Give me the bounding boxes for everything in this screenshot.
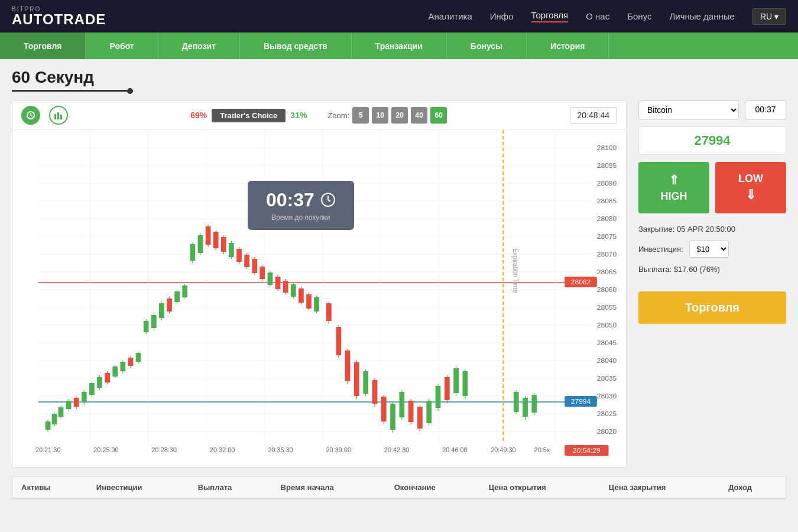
svg-rect-129 bbox=[326, 303, 332, 321]
zoom-20[interactable]: 20 bbox=[391, 107, 408, 124]
arrow-up-icon: ⇑ bbox=[669, 173, 679, 188]
svg-rect-127 bbox=[314, 297, 319, 312]
btn-high-label: HIGH bbox=[661, 190, 687, 203]
svg-rect-95 bbox=[190, 244, 195, 261]
svg-rect-101 bbox=[213, 232, 219, 248]
col-income: Доход bbox=[719, 477, 786, 498]
nav-personal[interactable]: Личные данные bbox=[669, 11, 734, 21]
asset-dropdown[interactable]: Bitcoin bbox=[638, 100, 739, 119]
investment-label: Инвестиция: bbox=[638, 242, 683, 256]
svg-rect-105 bbox=[229, 243, 234, 257]
svg-rect-85 bbox=[151, 315, 157, 328]
btn-low-label: LOW bbox=[738, 173, 763, 185]
svg-rect-121 bbox=[291, 284, 296, 297]
main-nav: Аналитика Инфо Торговля О нас Бонус Личн… bbox=[429, 8, 786, 25]
zoom-40[interactable]: 40 bbox=[411, 107, 427, 124]
svg-rect-63 bbox=[66, 401, 72, 409]
nav-bonus[interactable]: Бонус bbox=[627, 11, 651, 21]
svg-rect-97 bbox=[198, 235, 203, 253]
svg-rect-137 bbox=[363, 371, 368, 394]
svg-rect-119 bbox=[283, 281, 288, 293]
timer-overlay: 00:37 Время до покупки bbox=[248, 181, 354, 230]
timer-value: 00:37 bbox=[266, 189, 314, 211]
chart-type-circle[interactable] bbox=[21, 106, 40, 125]
nav-analytics[interactable]: Аналитика bbox=[429, 11, 472, 21]
price-box: 27994 bbox=[638, 126, 786, 155]
svg-text:28070: 28070 bbox=[597, 251, 617, 257]
right-panel: Bitcoin 00:37 27994 ⇑ HIGH LOW ⇓ Закрыти… bbox=[638, 100, 786, 468]
zoom-60[interactable]: 60 bbox=[430, 107, 447, 124]
chart-type-bar[interactable] bbox=[49, 106, 68, 125]
btn-high[interactable]: ⇑ HIGH bbox=[638, 162, 709, 213]
investment-row: Инвестиция: $10 $25 $50 $100 bbox=[638, 241, 786, 258]
svg-rect-107 bbox=[236, 249, 242, 262]
trade-button[interactable]: Торговля bbox=[638, 291, 786, 324]
svg-text:20:25:00: 20:25:00 bbox=[93, 447, 119, 453]
svg-rect-99 bbox=[206, 226, 211, 245]
trade-info: Закрытие: 05 APR 20:50:00 Инвестиция: $1… bbox=[638, 222, 786, 277]
svg-text:28080: 28080 bbox=[597, 215, 617, 222]
zoom-10[interactable]: 10 bbox=[372, 107, 388, 124]
subnav-robot[interactable]: Робот bbox=[86, 33, 158, 59]
zoom-5[interactable]: 5 bbox=[352, 107, 369, 124]
subnav-history[interactable]: История bbox=[527, 33, 609, 59]
svg-rect-2 bbox=[57, 112, 59, 119]
svg-text:20:35:30: 20:35:30 bbox=[268, 447, 293, 453]
svg-text:20:42:30: 20:42:30 bbox=[384, 447, 410, 453]
svg-rect-109 bbox=[244, 255, 249, 267]
col-assets: Активы bbox=[12, 477, 87, 498]
trade-buttons: ⇑ HIGH LOW ⇓ bbox=[638, 162, 786, 213]
asset-selector: Bitcoin 00:37 bbox=[638, 100, 786, 119]
svg-rect-91 bbox=[174, 291, 180, 302]
col-payout: Выплата bbox=[189, 477, 272, 498]
investment-dropdown[interactable]: $10 $25 $50 $100 bbox=[689, 241, 729, 258]
nav-trading[interactable]: Торговля bbox=[531, 10, 569, 22]
pct-red: 69% bbox=[190, 111, 207, 120]
svg-text:28065: 28065 bbox=[597, 268, 617, 275]
pct-green: 31% bbox=[290, 111, 307, 120]
svg-rect-83 bbox=[144, 321, 149, 332]
subnav-transactions[interactable]: Транзакции bbox=[352, 33, 447, 59]
btn-low[interactable]: LOW ⇓ bbox=[715, 162, 786, 213]
current-price: 27994 bbox=[694, 133, 730, 148]
subnav: Торговля Робот Депозит Вывод средств Тра… bbox=[0, 33, 798, 59]
bottom-table: Активы Инвестиции Выплата Время начала О… bbox=[12, 476, 786, 499]
svg-text:28060: 28060 bbox=[597, 286, 617, 293]
svg-rect-117 bbox=[275, 277, 281, 289]
svg-rect-113 bbox=[259, 267, 265, 279]
col-open-price: Цена открытия bbox=[480, 477, 600, 498]
svg-rect-123 bbox=[299, 288, 304, 303]
subnav-bonuses[interactable]: Бонусы bbox=[447, 33, 527, 59]
svg-rect-163 bbox=[523, 398, 528, 417]
svg-text:20:39:00: 20:39:00 bbox=[326, 447, 352, 453]
subnav-trading[interactable]: Торговля bbox=[0, 33, 86, 59]
nav-info[interactable]: Инфо bbox=[490, 11, 514, 21]
svg-text:28030: 28030 bbox=[597, 392, 617, 399]
svg-rect-139 bbox=[372, 380, 378, 404]
subnav-deposit[interactable]: Депозит bbox=[158, 33, 240, 59]
col-close-price: Цена закрытия bbox=[600, 477, 719, 498]
col-start-time: Время начала bbox=[272, 477, 385, 498]
svg-rect-145 bbox=[399, 392, 404, 417]
time-display: 20:48:44 bbox=[570, 107, 618, 124]
svg-rect-87 bbox=[159, 303, 164, 318]
closing-time: Закрытие: 05 APR 20:50:00 bbox=[638, 222, 786, 236]
svg-rect-133 bbox=[345, 351, 351, 381]
nav-about[interactable]: О нас bbox=[586, 11, 609, 21]
page-title-area: 60 Секунд bbox=[0, 59, 798, 95]
trader-choice-badge: Trader's Choice bbox=[212, 109, 286, 122]
main-content: 69% Trader's Choice 31% Zoom: 5 10 20 40… bbox=[0, 95, 798, 473]
svg-rect-79 bbox=[128, 358, 134, 366]
subnav-withdraw[interactable]: Вывод средств bbox=[240, 33, 352, 59]
timer-time: 00:37 bbox=[261, 189, 341, 211]
svg-rect-65 bbox=[74, 398, 79, 407]
svg-text:20:5x: 20:5x bbox=[534, 447, 551, 453]
logo-bottom: AUTOTRADE bbox=[12, 12, 106, 27]
svg-rect-159 bbox=[463, 371, 468, 396]
svg-rect-3 bbox=[60, 115, 62, 119]
svg-text:28025: 28025 bbox=[597, 410, 617, 417]
svg-rect-125 bbox=[306, 294, 312, 309]
svg-rect-131 bbox=[336, 327, 341, 355]
arrow-down-icon: ⇓ bbox=[745, 187, 756, 203]
language-button[interactable]: RU ▾ bbox=[752, 8, 786, 25]
